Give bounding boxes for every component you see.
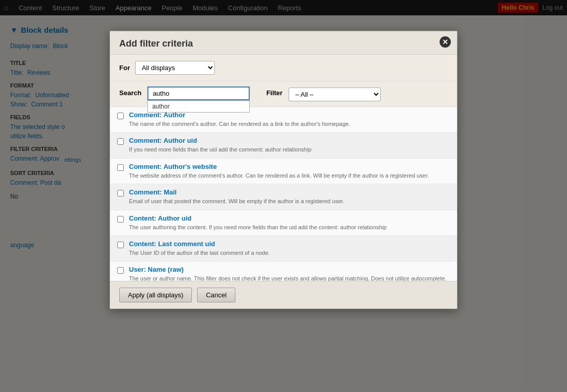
search-filter-row: Search author Filter – All – xyxy=(110,81,457,107)
modal-overlay: ✕ Add filter criteria For All displays T… xyxy=(0,0,567,392)
autocomplete-item-author[interactable]: author xyxy=(148,101,249,112)
close-button[interactable]: ✕ xyxy=(440,36,451,48)
result-checkbox-6[interactable] xyxy=(117,267,124,274)
result-content-3: Comment: Mail Email of user that posted … xyxy=(129,188,448,205)
table-row: Comment: Mail Email of user that posted … xyxy=(110,184,457,210)
result-content-5: Content: Last comment uid The User ID of… xyxy=(129,240,448,257)
result-title-6: User: Name (raw) xyxy=(129,266,448,273)
table-row: Comment: Author's website The website ad… xyxy=(110,159,457,184)
result-checkbox-3[interactable] xyxy=(117,190,124,197)
cancel-button[interactable]: Cancel xyxy=(197,288,235,302)
result-title-2: Comment: Author's website xyxy=(129,163,448,170)
result-desc-3: Email of user that posted the comment. W… xyxy=(129,198,448,205)
result-content-0: Comment: Author The name of the comment'… xyxy=(129,111,448,128)
for-label: For xyxy=(119,64,130,72)
result-checkbox-0[interactable] xyxy=(117,113,124,119)
search-input[interactable] xyxy=(147,86,250,100)
table-row: User: Name (raw) The user or author name… xyxy=(110,262,457,281)
result-desc-6: The user or author name. This filter doe… xyxy=(129,275,448,281)
result-content-6: User: Name (raw) The user or author name… xyxy=(129,266,448,281)
table-row: Content: Last comment uid The User ID of… xyxy=(110,236,457,262)
modal-title: Add filter criteria xyxy=(119,38,193,49)
result-title-4: Content: Author uid xyxy=(129,214,448,222)
filter-select[interactable]: – All – xyxy=(289,88,381,101)
result-content-4: Content: Author uid The user authoring t… xyxy=(129,214,448,231)
result-title-5: Content: Last comment uid xyxy=(129,240,448,248)
result-content-1: Comment: Author uid If you need more fie… xyxy=(129,137,448,154)
result-checkbox-1[interactable] xyxy=(117,138,124,145)
result-checkbox-4[interactable] xyxy=(117,216,124,223)
for-row: For All displays This block (override) xyxy=(110,55,457,81)
result-desc-4: The user authoring the content. If you n… xyxy=(129,224,448,231)
table-row: Content: Author uid The user authoring t… xyxy=(110,210,457,236)
filter-select-wrap: – All – xyxy=(289,86,381,101)
result-title-3: Comment: Mail xyxy=(129,188,448,196)
search-label: Search xyxy=(119,89,141,97)
for-select[interactable]: All displays This block (override) xyxy=(135,61,215,75)
autocomplete-dropdown: author xyxy=(147,100,250,113)
filter-label: Filter xyxy=(266,89,282,97)
result-content-2: Comment: Author's website The website ad… xyxy=(129,163,448,180)
apply-button[interactable]: Apply (all displays) xyxy=(119,288,192,302)
result-checkbox-2[interactable] xyxy=(117,164,124,171)
result-desc-1: If you need more fields than the uid add… xyxy=(129,146,448,154)
table-row: Comment: Author uid If you need more fie… xyxy=(110,133,457,158)
search-input-wrap: author xyxy=(147,86,250,100)
result-checkbox-5[interactable] xyxy=(117,242,124,248)
result-desc-0: The name of the comment's author. Can be… xyxy=(129,120,448,128)
add-filter-modal: ✕ Add filter criteria For All displays T… xyxy=(110,31,457,309)
modal-footer: Apply (all displays) Cancel xyxy=(110,281,457,309)
result-desc-5: The User ID of the author of the last co… xyxy=(129,249,448,257)
result-title-1: Comment: Author uid xyxy=(129,137,448,144)
result-desc-2: The website address of the comment's aut… xyxy=(129,172,448,180)
modal-header: Add filter criteria xyxy=(110,31,457,55)
results-list: Comment: Author The name of the comment'… xyxy=(110,107,457,281)
